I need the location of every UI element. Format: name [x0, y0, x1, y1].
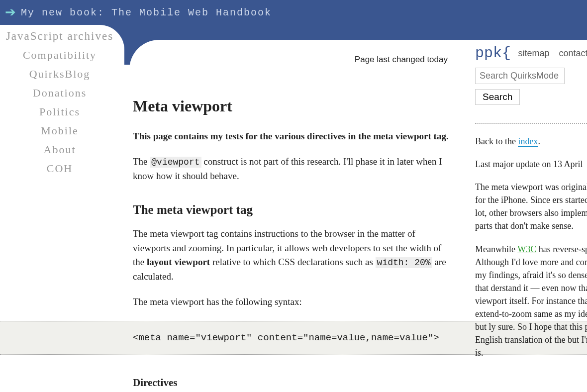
article: Meta viewport This page contains my test… — [133, 97, 451, 320]
last-changed: Page last changed today — [199, 55, 448, 65]
last-major-update: Last major update on 13 April — [475, 158, 587, 171]
intro-paragraph: This page contains my tests for the vari… — [133, 129, 451, 144]
search-button[interactable]: Search — [475, 89, 520, 105]
page-title: Meta viewport — [133, 97, 451, 115]
back-to-index: Back to the index. — [475, 135, 587, 148]
sidebar-nav: JavaScript archives Compatibility Quirks… — [0, 30, 119, 181]
text: for the iPhone. Since ers started to use… — [475, 195, 587, 231]
nav-compatibility[interactable]: Compatibility — [0, 49, 119, 62]
paragraph-layout-viewport: The meta viewport tag contains instructi… — [133, 227, 451, 284]
search-box: Search — [475, 68, 587, 105]
nav-about[interactable]: About — [0, 143, 119, 156]
ppk-logo[interactable]: ppk{ — [475, 45, 511, 62]
index-link[interactable]: index — [518, 136, 538, 147]
nav-quirksblog[interactable]: QuirksBlog — [0, 68, 119, 81]
search-input[interactable] — [475, 68, 565, 84]
nav-js-archives[interactable]: JavaScript archives — [0, 30, 119, 43]
text: relative to which CSS declarations such … — [210, 257, 375, 267]
strong-layout-viewport: layout viewport — [147, 257, 210, 267]
code-width-20pct: width: 20% — [376, 257, 432, 268]
sitemap-link[interactable]: sitemap — [518, 48, 550, 58]
right-column: ppk{ sitemap contact Search show Back to… — [475, 45, 587, 369]
para-w3c: Meanwhile W3C has reverse-specification.… — [475, 243, 587, 360]
top-bar: ➔ My new book: The Mobile Web Handbook — [0, 0, 587, 25]
text: Meanwhile — [475, 244, 517, 254]
nav-donations[interactable]: Donations — [0, 87, 119, 99]
divider — [475, 123, 587, 124]
text: has reverse-specification. Although I'd … — [475, 244, 587, 358]
paragraph-viewport-construct: The @viewport construct is not part of t… — [133, 155, 451, 184]
top-links: sitemap contact — [518, 48, 587, 59]
text: The — [133, 156, 150, 167]
para-apple: The meta viewport was originally by Appl… — [475, 181, 587, 232]
arrow-right-icon: ➔ — [5, 6, 16, 19]
text: Back to the — [475, 136, 518, 146]
nav-politics[interactable]: Politics — [0, 105, 119, 118]
heading-meta-viewport-tag: The meta viewport tag — [133, 203, 451, 217]
paragraph-syntax-intro: The meta viewport has the following synt… — [133, 295, 451, 309]
contact-link[interactable]: contact — [559, 48, 587, 58]
heading-directives: Directives — [133, 377, 451, 389]
w3c-link[interactable]: W3C — [517, 244, 536, 254]
nav-mobile[interactable]: Mobile — [0, 124, 119, 137]
nav-coh[interactable]: COH — [0, 162, 119, 175]
code-at-viewport: @viewport — [150, 157, 201, 168]
book-link[interactable]: My new book: The Mobile Web Handbook — [21, 7, 272, 18]
text: The meta viewport was originally by — [475, 182, 587, 192]
text: . — [538, 136, 540, 146]
show-link[interactable]: show — [475, 108, 587, 117]
